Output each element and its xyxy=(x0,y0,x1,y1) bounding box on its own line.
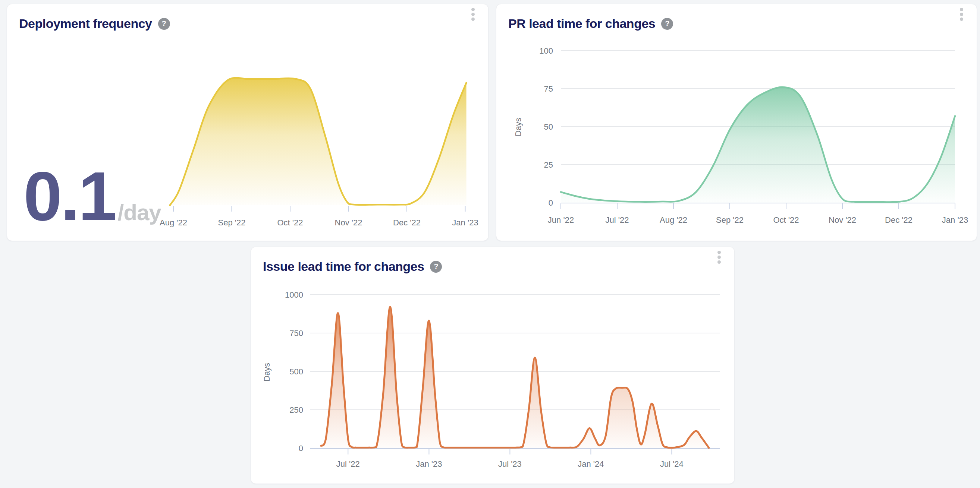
card-deployment-frequency: Aug '22Sep '22Oct '22Nov '22Dec '22Jan '… xyxy=(7,4,488,241)
svg-text:Jul '24: Jul '24 xyxy=(660,459,684,469)
card-header: Issue lead time for changes ? xyxy=(251,247,734,273)
kebab-dot xyxy=(718,255,721,259)
svg-text:0: 0 xyxy=(549,198,553,208)
svg-text:Jan '23: Jan '23 xyxy=(416,459,442,469)
svg-text:Nov '22: Nov '22 xyxy=(829,215,856,225)
help-icon[interactable]: ? xyxy=(158,18,170,30)
svg-text:Oct '22: Oct '22 xyxy=(277,218,303,227)
kebab-dot xyxy=(960,8,963,11)
svg-text:Dec '22: Dec '22 xyxy=(393,218,421,227)
svg-text:50: 50 xyxy=(544,122,553,132)
card-title: Deployment frequency xyxy=(19,17,152,30)
kebab-menu-icon[interactable] xyxy=(714,248,724,267)
card-pr-lead-time: Jun '22Jul '22Aug '22Sep '22Oct '22Nov '… xyxy=(496,4,977,241)
card-header: PR lead time for changes ? xyxy=(496,4,977,30)
kebab-dot xyxy=(718,251,721,254)
card-issue-lead-time: Jul '22Jan '23Jul '23Jan '24Jul '2402505… xyxy=(251,247,735,484)
svg-text:Sep '22: Sep '22 xyxy=(716,215,744,225)
svg-text:Days: Days xyxy=(262,363,272,382)
metric-value: 0.1 xyxy=(24,165,116,227)
svg-text:Jan '24: Jan '24 xyxy=(578,459,604,469)
kebab-dot xyxy=(718,260,721,264)
metric-unit: /day xyxy=(118,200,161,225)
svg-text:Aug '22: Aug '22 xyxy=(660,215,687,225)
card-header: Deployment frequency ? xyxy=(7,4,488,30)
svg-text:75: 75 xyxy=(544,84,553,93)
kebab-dot xyxy=(471,13,475,16)
kebab-menu-icon[interactable] xyxy=(957,5,966,24)
svg-text:Jun '22: Jun '22 xyxy=(548,215,574,225)
svg-text:500: 500 xyxy=(290,367,303,376)
svg-text:Jan '23: Jan '23 xyxy=(942,215,968,225)
pr-lead-time-chart[interactable]: Jun '22Jul '22Aug '22Sep '22Oct '22Nov '… xyxy=(496,4,977,241)
svg-text:250: 250 xyxy=(290,405,303,415)
card-title: Issue lead time for changes xyxy=(263,260,424,273)
svg-text:Oct '22: Oct '22 xyxy=(773,215,799,225)
svg-text:0: 0 xyxy=(299,444,303,453)
help-icon[interactable]: ? xyxy=(430,261,442,273)
issue-lead-time-chart[interactable]: Jul '22Jan '23Jul '23Jan '24Jul '2402505… xyxy=(251,247,734,483)
kebab-dot xyxy=(960,17,963,21)
svg-text:1000: 1000 xyxy=(285,290,303,299)
svg-text:Aug '22: Aug '22 xyxy=(160,218,187,227)
svg-text:Jul '23: Jul '23 xyxy=(498,459,522,469)
card-title: PR lead time for changes xyxy=(508,17,655,30)
svg-text:Jul '22: Jul '22 xyxy=(336,459,360,469)
kebab-dot xyxy=(471,8,475,11)
kebab-menu-icon[interactable] xyxy=(468,5,478,24)
svg-text:Jan '23: Jan '23 xyxy=(452,218,478,227)
svg-text:Days: Days xyxy=(514,118,523,136)
dashboard: Aug '22Sep '22Oct '22Nov '22Dec '22Jan '… xyxy=(0,0,980,488)
svg-text:Nov '22: Nov '22 xyxy=(335,218,363,227)
svg-text:750: 750 xyxy=(290,328,303,338)
svg-text:Dec '22: Dec '22 xyxy=(885,215,913,225)
kebab-dot xyxy=(960,13,963,16)
kebab-dot xyxy=(471,17,475,21)
svg-text:25: 25 xyxy=(544,160,553,170)
help-icon[interactable]: ? xyxy=(661,18,673,30)
svg-text:100: 100 xyxy=(539,46,553,55)
svg-text:Sep '22: Sep '22 xyxy=(218,218,246,227)
metric: 0.1 /day xyxy=(24,165,161,227)
svg-text:Jul '22: Jul '22 xyxy=(606,215,629,225)
